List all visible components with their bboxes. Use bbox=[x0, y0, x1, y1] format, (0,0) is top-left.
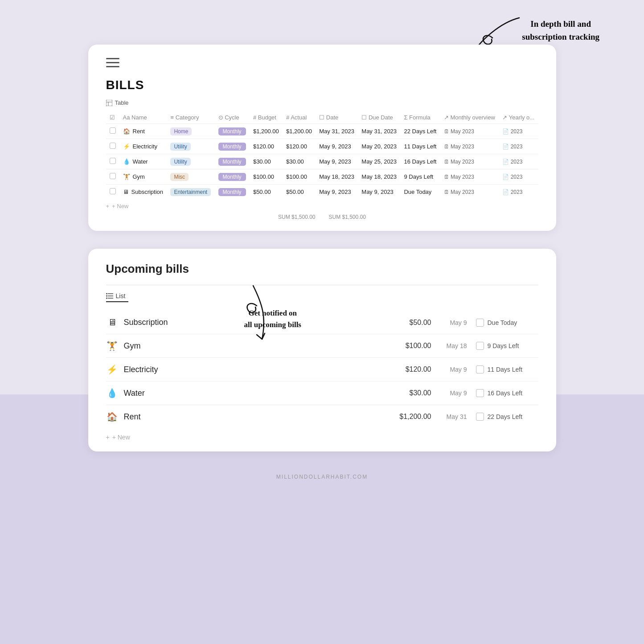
row-cycle: Monthly bbox=[215, 185, 250, 200]
row-budget: $1,200.00 bbox=[250, 124, 283, 139]
row-monthly: 🗓 May 2023 bbox=[440, 124, 499, 139]
bill-name-cell: 💧 Water bbox=[106, 388, 387, 398]
bill-name: Water bbox=[124, 389, 145, 398]
row-category: Utility bbox=[167, 154, 214, 169]
bill-status-text: 22 Days Left bbox=[488, 413, 523, 420]
plus-icon: + bbox=[106, 434, 110, 441]
row-checkbox[interactable] bbox=[106, 139, 119, 154]
row-cycle: Monthly bbox=[215, 154, 250, 169]
bill-name-cell: 🏠 Rent bbox=[106, 411, 387, 422]
bill-status: 9 Days Left bbox=[476, 342, 538, 350]
bill-icon: 🏋️ bbox=[106, 340, 119, 351]
plus-icon: + bbox=[106, 203, 110, 209]
table-icon bbox=[106, 100, 112, 106]
col-actual: # Actual bbox=[283, 111, 316, 124]
bill-status-text: 9 Days Left bbox=[488, 342, 519, 349]
list-label: List bbox=[106, 292, 538, 299]
row-formula: 11 Days Left bbox=[400, 139, 440, 154]
row-due-date: May 20, 2023 bbox=[358, 139, 400, 154]
col-budget: # Budget bbox=[250, 111, 283, 124]
bill-name: Rent bbox=[124, 412, 141, 422]
col-monthly: ↗ Monthly overview bbox=[440, 111, 499, 124]
bill-icon: 💧 bbox=[106, 388, 119, 398]
table-row: 🏋️Gym Misc Monthly $100.00 $100.00 May 1… bbox=[106, 169, 538, 185]
bill-status: Due Today bbox=[476, 319, 538, 327]
bill-date: May 9 bbox=[440, 366, 467, 373]
row-yearly: 📄 2023 bbox=[499, 169, 538, 185]
bills-table: ☑ Aa Name ≡ Category ⊙ Cycle # Budget # … bbox=[106, 111, 538, 199]
col-category: ≡ Category bbox=[167, 111, 214, 124]
bill-date: May 9 bbox=[440, 319, 467, 326]
bill-status-text: 16 Days Left bbox=[488, 390, 523, 397]
row-due-date: May 25, 2023 bbox=[358, 154, 400, 169]
bill-status-checkbox[interactable] bbox=[476, 389, 484, 397]
bill-icon: 🏠 bbox=[106, 411, 119, 422]
bottom-annotation: Get notified on all upcoming bills bbox=[244, 308, 301, 330]
bill-amount: $100.00 bbox=[387, 342, 431, 350]
bill-status-checkbox[interactable] bbox=[476, 319, 484, 327]
row-formula: Due Today bbox=[400, 185, 440, 200]
upcoming-bills-list: 🖥 Subscription $50.00 May 9 Due Today 🏋️… bbox=[106, 311, 538, 428]
bill-name: Gym bbox=[124, 341, 141, 351]
bill-amount: $120.00 bbox=[387, 365, 431, 373]
row-formula: 9 Days Left bbox=[400, 169, 440, 185]
bill-status-checkbox[interactable] bbox=[476, 413, 484, 421]
col-formula: Σ Formula bbox=[400, 111, 440, 124]
add-new-upcoming-button[interactable]: + + New bbox=[106, 434, 538, 441]
bill-list-item: 🏠 Rent $1,200.00 May 31 22 Days Left bbox=[106, 405, 538, 428]
row-budget: $100.00 bbox=[250, 169, 283, 185]
bill-date: May 9 bbox=[440, 390, 467, 397]
list-underline bbox=[106, 301, 128, 302]
row-due-date: May 9, 2023 bbox=[358, 185, 400, 200]
bill-amount: $50.00 bbox=[387, 319, 431, 327]
row-date: May 18, 2023 bbox=[316, 169, 358, 185]
bill-list-item: ⚡ Electricity $120.00 May 9 11 Days Left bbox=[106, 358, 538, 381]
bill-date: May 31 bbox=[440, 413, 467, 420]
svg-point-6 bbox=[106, 293, 107, 295]
row-yearly: 📄 2023 bbox=[499, 124, 538, 139]
bill-status-checkbox[interactable] bbox=[476, 342, 484, 350]
svg-point-7 bbox=[106, 295, 107, 297]
col-checkbox: ☑ bbox=[106, 111, 119, 124]
row-category: Utility bbox=[167, 139, 214, 154]
row-monthly: 🗓 May 2023 bbox=[440, 139, 499, 154]
row-yearly: 📄 2023 bbox=[499, 185, 538, 200]
bill-list-item: 🖥 Subscription $50.00 May 9 Due Today bbox=[106, 311, 538, 334]
row-date: May 9, 2023 bbox=[316, 154, 358, 169]
row-budget: $120.00 bbox=[250, 139, 283, 154]
bill-status-text: Due Today bbox=[488, 319, 517, 326]
row-date: May 9, 2023 bbox=[316, 185, 358, 200]
row-checkbox[interactable] bbox=[106, 124, 119, 139]
upcoming-bills-title: Upcoming bills bbox=[106, 262, 538, 276]
col-due-date: ☐ Due Date bbox=[358, 111, 400, 124]
hamburger-menu-icon[interactable] bbox=[106, 58, 119, 67]
add-new-bill-button[interactable]: + + New bbox=[106, 203, 538, 209]
bill-status: 11 Days Left bbox=[476, 365, 538, 373]
bills-title: BILLS bbox=[106, 78, 538, 92]
row-checkbox[interactable] bbox=[106, 154, 119, 169]
bill-date: May 18 bbox=[440, 342, 467, 349]
col-cycle: ⊙ Cycle bbox=[215, 111, 250, 124]
row-checkbox[interactable] bbox=[106, 185, 119, 200]
top-annotation: In depth bill and subscription tracking bbox=[522, 18, 599, 43]
row-category: Misc bbox=[167, 169, 214, 185]
row-date: May 9, 2023 bbox=[316, 139, 358, 154]
bill-status-checkbox[interactable] bbox=[476, 365, 484, 373]
bill-name-cell: 🏋️ Gym bbox=[106, 340, 387, 351]
upcoming-bills-card: Upcoming bills List 🖥 Subscription $50.0… bbox=[88, 249, 556, 451]
row-category: Entertainment bbox=[167, 185, 214, 200]
bill-amount: $30.00 bbox=[387, 389, 431, 397]
bill-list-item: 🏋️ Gym $100.00 May 18 9 Days Left bbox=[106, 334, 538, 358]
bill-status: 16 Days Left bbox=[476, 389, 538, 397]
row-name: 🏠Rent bbox=[119, 124, 167, 139]
row-actual: $1,200.00 bbox=[283, 124, 316, 139]
row-cycle: Monthly bbox=[215, 139, 250, 154]
row-checkbox[interactable] bbox=[106, 169, 119, 185]
bill-name: Subscription bbox=[124, 318, 168, 327]
row-date: May 31, 2023 bbox=[316, 124, 358, 139]
row-due-date: May 31, 2023 bbox=[358, 124, 400, 139]
bill-name-cell: ⚡ Electricity bbox=[106, 364, 387, 375]
col-date: ☐ Date bbox=[316, 111, 358, 124]
list-icon bbox=[106, 293, 113, 299]
row-yearly: 📄 2023 bbox=[499, 154, 538, 169]
